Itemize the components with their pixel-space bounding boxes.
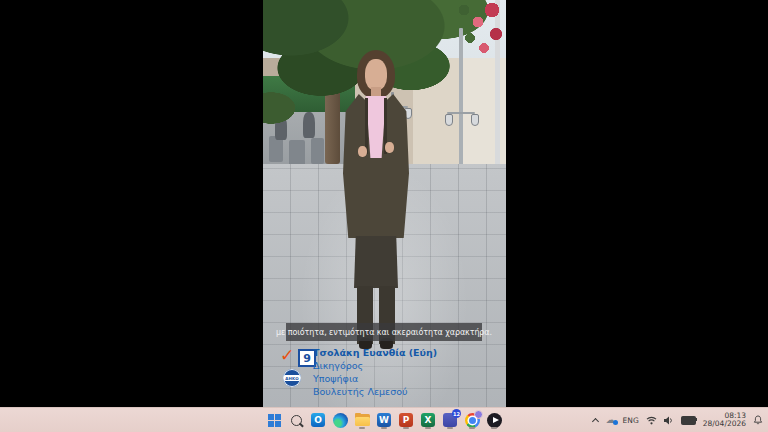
subtitle-bar: με ποιότητα, εντιμότητα και ακεραιότητα … <box>286 323 482 341</box>
running-indicator <box>469 427 475 429</box>
outlook-icon: O <box>311 413 325 427</box>
teams-icon: 12 <box>443 413 457 427</box>
search-button[interactable] <box>288 411 304 429</box>
volume-icon[interactable] <box>664 416 674 425</box>
candidate-role-2: Βουλευτής Λεμεσού <box>313 385 437 398</box>
running-indicator <box>359 427 365 429</box>
subtitle-text: με ποιότητα, εντιμότητα και ακεραιότητα … <box>276 328 492 337</box>
outlook-button[interactable]: O <box>310 411 326 429</box>
word-icon: W <box>377 413 391 427</box>
candidate-overlay: ✓ 9 ΔΗΚΟ Τσολάκη Ευανθία (Εύη) Δικηγόρος… <box>263 344 506 404</box>
folder-icon <box>355 414 370 426</box>
edge-button[interactable] <box>332 411 348 429</box>
edge-icon <box>333 413 348 428</box>
party-logo-text: ΔΗΚΟ <box>285 376 299 381</box>
media-player-button[interactable] <box>486 411 502 429</box>
notification-bell-icon[interactable] <box>753 415 763 425</box>
ballot-number: 9 <box>303 353 311 364</box>
chrome-profile-badge <box>474 410 483 419</box>
powerpoint-icon: P <box>399 413 413 427</box>
hanging-flowers <box>444 0 506 72</box>
taskbar-app-icons: O W P X 12 <box>266 408 502 432</box>
chrome-button[interactable] <box>464 411 480 429</box>
video-player[interactable]: με ποιότητα, εντιμότητα και ακεραιότητα … <box>263 0 506 432</box>
language-indicator[interactable]: ENG <box>623 416 639 425</box>
check-icon: ✓ <box>280 347 294 363</box>
trousers <box>354 236 398 288</box>
sync-status-dot <box>613 420 618 425</box>
windows-logo-icon <box>268 414 281 427</box>
running-indicator <box>381 427 387 429</box>
wifi-icon[interactable] <box>646 416 657 425</box>
search-icon <box>291 415 302 426</box>
desktop: { "video": { "subtitle": "με ποιότητα, ε… <box>0 0 768 432</box>
speaker-woman <box>341 50 411 348</box>
running-indicator <box>447 427 453 429</box>
excel-icon: X <box>421 413 435 427</box>
lapel <box>365 98 368 154</box>
chrome-icon <box>465 413 480 428</box>
hand <box>385 142 394 153</box>
tray-date: 28/04/2026 <box>703 420 746 429</box>
candidate-role-1: Υποψήφια <box>313 372 437 385</box>
onedrive-cloud-icon[interactable]: ☁ <box>606 415 616 425</box>
battery-icon[interactable] <box>681 416 696 425</box>
file-explorer-button[interactable] <box>354 411 370 429</box>
tray-chevron-up-icon[interactable] <box>592 417 599 424</box>
candidate-profession: Δικηγόρος <box>313 359 437 372</box>
party-logo-diko: ΔΗΚΟ <box>283 369 301 387</box>
powerpoint-button[interactable]: P <box>398 411 414 429</box>
media-player-play-icon <box>487 413 502 428</box>
clock[interactable]: 08:13 28/04/2026 <box>703 412 746 429</box>
start-button[interactable] <box>266 411 282 429</box>
candidate-info: Τσολάκη Ευανθία (Εύη) Δικηγόρος Υποψήφια… <box>313 346 437 398</box>
running-indicator <box>425 427 431 429</box>
hand <box>358 146 367 157</box>
word-button[interactable]: W <box>376 411 392 429</box>
taskbar: O W P X 12 <box>0 407 768 432</box>
excel-button[interactable]: X <box>420 411 436 429</box>
running-indicator <box>403 427 409 429</box>
running-indicator <box>491 427 497 429</box>
teams-notification-badge: 12 <box>452 409 461 418</box>
teams-button[interactable]: 12 <box>442 411 458 429</box>
system-tray: ☁ ENG 08:13 28/04/2026 <box>592 408 763 432</box>
face <box>365 59 387 90</box>
candidate-name: Τσολάκη Ευανθία (Εύη) <box>313 346 437 359</box>
